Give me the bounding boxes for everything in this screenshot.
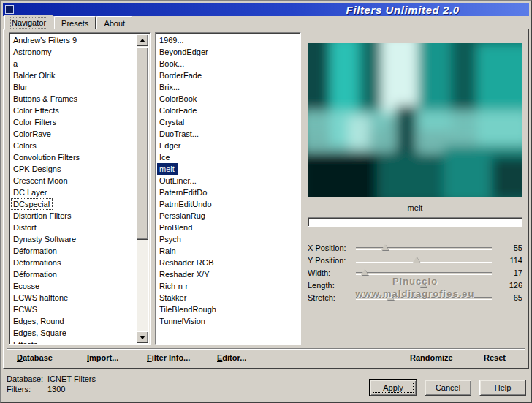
list-item[interactable]: Blur — [11, 81, 136, 93]
list-item[interactable]: Balder Olrik — [11, 69, 136, 81]
list-item[interactable]: PaternEditDo — [157, 187, 299, 198]
scroll-down-icon — [140, 336, 145, 339]
preview-image — [308, 43, 522, 197]
progress-bar — [308, 217, 522, 227]
scroll-up-button[interactable] — [137, 34, 148, 46]
param-slider[interactable] — [356, 294, 492, 301]
tab-presets[interactable]: Presets — [54, 16, 96, 29]
cancel-button[interactable]: Cancel — [425, 380, 471, 396]
list-item[interactable]: Rich-n-r — [157, 280, 299, 292]
slider-thumb[interactable] — [381, 244, 389, 250]
param-value: 126 — [498, 281, 522, 290]
slider-thumb[interactable] — [413, 257, 420, 263]
category-list[interactable]: Andrew's Filters 9AstronomyaBalder Olrik… — [9, 32, 151, 345]
list-item[interactable]: Buttons & Frames — [11, 93, 136, 105]
slider-thumb[interactable] — [419, 282, 427, 287]
tab-navigator-label: Navigator — [12, 18, 46, 27]
list-item[interactable]: CPK Designs — [11, 163, 136, 175]
list-item[interactable]: ColorBook — [157, 93, 299, 105]
param-row: Length:126 — [308, 279, 522, 291]
list-item[interactable]: Ecosse — [11, 280, 136, 292]
list-item[interactable]: Dynasty Software — [11, 233, 136, 245]
category-scrollbar[interactable] — [137, 34, 148, 343]
param-slider[interactable] — [356, 282, 492, 289]
list-item[interactable]: Distortion Filters — [11, 210, 136, 222]
scroll-down-button[interactable] — [137, 331, 148, 343]
list-item[interactable]: Book... — [157, 58, 299, 69]
list-item[interactable]: Déformation — [11, 268, 136, 280]
list-item[interactable]: Color Effects — [11, 105, 136, 116]
list-item[interactable]: melt — [157, 163, 178, 175]
param-label: Width: — [308, 268, 354, 277]
list-item[interactable]: DuoTrast... — [157, 128, 299, 140]
param-slider[interactable] — [356, 244, 492, 252]
scrollbar-thumb[interactable] — [137, 47, 148, 240]
list-item[interactable]: a — [11, 58, 136, 69]
list-item[interactable]: DCspecial — [11, 198, 53, 210]
list-item[interactable]: Stakker — [157, 292, 299, 304]
list-item[interactable]: DC Layer — [11, 187, 136, 198]
help-button[interactable]: Help — [479, 380, 526, 396]
slider-thumb[interactable] — [361, 269, 368, 275]
param-row: X Position:55 — [308, 241, 522, 254]
list-item[interactable]: 1969... — [157, 34, 299, 46]
list-item[interactable]: Effects — [11, 339, 136, 345]
param-row: Y Position:114 — [308, 254, 522, 266]
list-item[interactable]: Reshader RGB — [157, 257, 299, 268]
list-item[interactable]: Edges, Round — [11, 315, 136, 327]
list-item[interactable]: OutLiner... — [157, 175, 299, 187]
list-item[interactable]: Crescent Moon — [11, 175, 136, 187]
list-item[interactable]: Crystal — [157, 116, 299, 128]
list-item[interactable]: Astronomy — [11, 46, 136, 58]
list-item[interactable]: Color Filters — [11, 116, 136, 128]
list-item[interactable]: Reshader X/Y — [157, 268, 299, 280]
filter-info-button[interactable]: Filter Info... — [147, 353, 190, 362]
list-item[interactable]: Psych — [157, 233, 299, 245]
list-item[interactable]: ColorFade — [157, 105, 299, 116]
list-item[interactable]: Ice — [157, 151, 299, 163]
tab-about[interactable]: About — [96, 16, 132, 29]
param-label: X Position: — [308, 244, 354, 252]
param-slider[interactable] — [356, 269, 492, 276]
database-button[interactable]: Database — [17, 353, 53, 362]
list-item[interactable]: BorderFade — [157, 69, 299, 81]
list-item[interactable]: Déformation — [11, 245, 136, 257]
param-slider[interactable] — [356, 257, 492, 264]
list-item[interactable]: Convolution Filters — [11, 151, 136, 163]
tab-navigator[interactable]: Navigator — [4, 15, 53, 30]
list-item[interactable]: BeyondEdger — [157, 46, 299, 58]
tab-presets-label: Presets — [61, 19, 88, 28]
editor-button[interactable]: Editor... — [217, 353, 246, 362]
list-item[interactable]: Edges, Square — [11, 327, 136, 339]
list-item[interactable]: Edger — [157, 140, 299, 151]
slider-thumb[interactable] — [387, 294, 394, 300]
filters-count-value: 1300 — [48, 385, 65, 393]
filter-list[interactable]: 1969...BeyondEdgerBook...BorderFadeBrix.… — [155, 32, 301, 345]
list-item[interactable]: Distort — [11, 222, 136, 233]
list-item[interactable]: Colors — [11, 140, 136, 151]
list-item[interactable]: Brix... — [157, 81, 299, 93]
param-value: 114 — [498, 256, 522, 265]
param-value: 55 — [498, 244, 522, 252]
list-item[interactable]: Rain — [157, 245, 299, 257]
list-item[interactable]: ColorRave — [11, 128, 136, 140]
reset-button[interactable]: Reset — [484, 353, 506, 362]
tab-about-label: About — [104, 19, 125, 28]
list-item[interactable]: Déformations — [11, 257, 136, 268]
list-item[interactable]: ECWS — [11, 304, 136, 315]
list-item[interactable]: ECWS halftone — [11, 292, 136, 304]
list-item[interactable]: TileBlendRough — [157, 304, 299, 315]
list-item[interactable]: PerssianRug — [157, 210, 299, 222]
import-button[interactable]: Import... — [87, 353, 118, 362]
list-item[interactable]: PatrnEditUndo — [157, 198, 299, 210]
param-value: 65 — [498, 293, 522, 302]
list-item[interactable]: TunnelVision — [157, 315, 299, 327]
randomize-button[interactable]: Randomize — [410, 353, 453, 362]
database-status-value: ICNET-Filters — [48, 374, 96, 383]
list-item[interactable]: ProBlend — [157, 222, 299, 233]
apply-button[interactable]: Apply — [370, 380, 417, 396]
list-item[interactable]: Andrew's Filters 9 — [11, 34, 136, 46]
navigator-panel: Andrew's Filters 9AstronomyaBalder Olrik… — [3, 29, 529, 369]
param-row: Width:17 — [308, 266, 522, 279]
database-status-label: Database: — [7, 374, 43, 383]
